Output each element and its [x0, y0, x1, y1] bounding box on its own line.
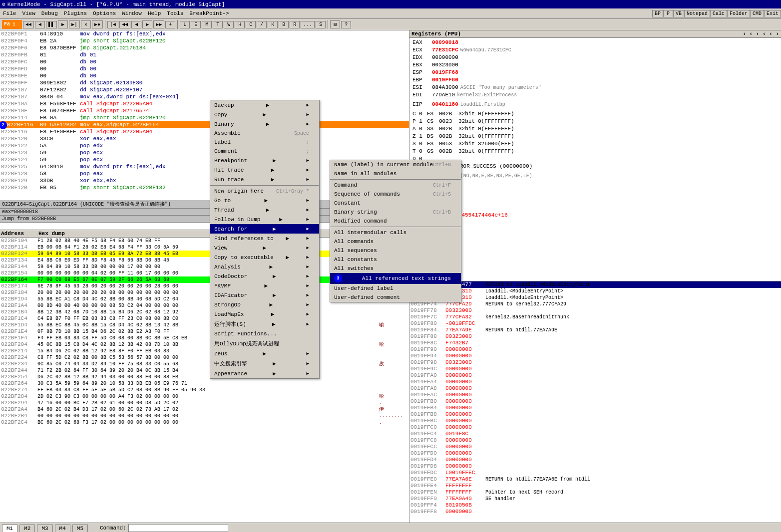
tab-m4[interactable]: M4 — [55, 525, 70, 532]
cmd-button[interactable]: CMD — [750, 10, 764, 17]
asm-row: 022BF12033C0xor eax,eax — [0, 135, 409, 142]
asm-row: 022BF0FE00db 00 — [0, 72, 409, 79]
menu-file[interactable]: File — [0, 9, 19, 17]
tb-T[interactable]: T — [213, 21, 223, 28]
reg-flag-d: D 0 — [410, 155, 780, 163]
asm-row: 022BF12564:8910mov dword ptr fs:[eax],ed… — [0, 163, 409, 170]
dump-row: 022BF14459 64 89 10 58 33 DB 00 00 00 17… — [0, 264, 409, 270]
dump-row: 022BF19455 8B EC A1 C8 D4 4C 02 8B 00 8B… — [0, 296, 409, 302]
exit-button[interactable]: Exit — [764, 10, 781, 17]
tb-E[interactable]: E — [191, 21, 201, 28]
reg-esi: ESI084A3000 ASCII "Too many parameters" — [410, 84, 780, 91]
tb-R[interactable]: R — [290, 21, 300, 28]
stack-row: 0019FFENFFFFFFFFPointer to next SEH reco… — [409, 489, 781, 496]
asm-row: 022BF114EB 0Ajmp short SigCapt.022BF120 — [0, 114, 409, 121]
folder-button[interactable]: Folder — [727, 10, 750, 17]
stack-row: 0019FF6C00401310Loaddll.<ModuleEntryPoin… — [409, 288, 781, 294]
tb-slash[interactable]: / — [257, 21, 267, 28]
dump-header: Address Hex dump UN — [0, 230, 409, 238]
tb-C[interactable]: C — [246, 21, 256, 28]
calc-button[interactable]: Calc — [710, 10, 727, 17]
vb-button[interactable]: VB — [673, 10, 684, 17]
tb-nav5[interactable]: ▶▶ — [153, 20, 164, 28]
asm-row: 022BF12858pop eax — [0, 170, 409, 177]
left-panel: 022BF0F164:8910mov dword ptr fs:[eax],ed… — [0, 30, 409, 523]
asm-row: 022BF10FE8 6074EBFFcall SigCapt.02176574 — [0, 107, 409, 114]
tb-nav3[interactable]: ◄ — [131, 21, 141, 28]
tb-S[interactable]: S — [316, 21, 326, 28]
tab-m1[interactable]: M1 — [2, 525, 17, 532]
tab-m5[interactable]: M5 — [72, 525, 88, 532]
tb-B[interactable]: B — [279, 21, 289, 28]
menu-tools[interactable]: Tools — [164, 9, 186, 17]
asm-row: 022BF0FC00db 00 — [0, 58, 409, 65]
stack-row: 0019FF7000401310Loaddll.<ModuleEntryPoin… — [409, 294, 781, 301]
menu-view[interactable]: View — [19, 9, 38, 17]
menu-window[interactable]: Window — [119, 9, 145, 17]
tb-step[interactable]: ▶| — [69, 20, 80, 28]
dump-row: 022BF224C8 FF 5D C2 02 8B 00 8B C5 53 56… — [0, 354, 409, 361]
stack-row: 0019FF9C00000000 — [409, 366, 781, 372]
menu-options[interactable]: Options — [90, 9, 119, 17]
reg-flag-s: S 0FS005332bit326000(FFF) — [410, 140, 780, 148]
tb-q1[interactable]: ? — [341, 21, 351, 28]
dump-row: 022BF104F1 2B 02 8B 40 4E F5 68 F4 E8 60… — [0, 238, 409, 244]
reg-nav: ‹ ‹ ‹ ‹ ‹ › — [743, 31, 779, 37]
tb-dots[interactable]: ... — [301, 21, 315, 28]
menu-plugins[interactable]: Plugins — [61, 9, 90, 17]
tb-add[interactable]: + — [165, 21, 175, 28]
tab-m3[interactable]: M3 — [37, 525, 52, 532]
stack-panel[interactable]: 0019FF6800401477RETURN to Loaddll.<Modul… — [409, 281, 781, 523]
stack-row: 0019FFB400000000 — [409, 405, 781, 411]
reg-flag-z: Z 1DS002B32bit0(FFFFFFFF) — [410, 133, 780, 140]
dump-row: 022BF1746E 78 8F 45 63 28 00 20 00 20 00… — [0, 283, 409, 289]
tb-K[interactable]: K — [268, 21, 278, 28]
reg-ebp: EBP0019FF80 — [410, 76, 780, 84]
asm-panel[interactable]: 022BF0F164:8910mov dword ptr fs:[eax],ed… — [0, 30, 409, 230]
reg-edi: EDI77DAE10 kernel32.ExitProcess — [410, 91, 780, 99]
notepad-button[interactable]: Notepad — [684, 10, 710, 17]
tb-H[interactable]: H — [235, 21, 245, 28]
command-input[interactable] — [128, 524, 228, 532]
tab-m2[interactable]: M2 — [19, 525, 35, 532]
tb-M[interactable]: M — [202, 21, 212, 28]
dump-row: 022BF21415 B4 D6 2C 02 8B 12 92 E8 8F F0… — [0, 348, 409, 354]
tb-run-bp[interactable]: ▶● — [92, 20, 103, 28]
tb-nav4[interactable]: ▶ — [142, 20, 152, 28]
reg-flag-o: O 0LastErr ERROR_SUCCESS (00000000) — [410, 163, 780, 170]
tb-back[interactable]: ◄ — [35, 21, 45, 28]
reg-eip: EIP00401180 Loaddll.Firstbp — [410, 101, 780, 108]
dump-row: 022BF114EB 00 0B 64 F1 28 02 E8 E4 68 F4… — [0, 244, 409, 251]
tb-play[interactable]: ▶ — [58, 20, 68, 28]
title-text: KernelMode - SigCapt.dll - [*G.P.U* - ma… — [7, 1, 225, 7]
tb-rewind[interactable]: ◄◄ — [23, 21, 34, 28]
reg-flag-c: C 0ES002B32bit0(FFFFFFFF) — [410, 110, 780, 118]
tb-nav1[interactable]: |◄ — [107, 21, 118, 28]
tb-W[interactable]: W — [224, 21, 234, 28]
dump-panel[interactable]: Address Hex dump UN 022BF104F1 2B 02 8B … — [0, 230, 409, 523]
dump-row: 022BF26430 C3 5A 59 59 64 89 20 10 58 33… — [0, 380, 409, 387]
command-label: Command: — [100, 525, 126, 531]
dump-row: 022BF1A400 8D 40 00 40 00 00 00 08 5D C2… — [0, 302, 409, 309]
bottom-bar: M1 M2 M3 M4 M5 Command: — [0, 523, 781, 532]
tb-L[interactable]: L — [180, 21, 190, 28]
asm-row: 022BF1078B40 04mov eax,dword ptr ds:[eax… — [0, 93, 409, 100]
dump-row: 022BF29447 16 00 00 BC F7 2B 02 61 00 00… — [0, 400, 409, 406]
asm-row: 022BF0FF309E1802dd SigCapt.02189E30 — [0, 79, 409, 86]
tb-nav2[interactable]: ◄◄ — [119, 21, 130, 28]
stack-row: 0019FFBC00000000 — [409, 418, 781, 424]
tb-stop[interactable]: ✕ — [81, 20, 91, 28]
p-button[interactable]: P — [663, 10, 673, 17]
tb-pause[interactable]: ▌▌ — [46, 21, 57, 28]
stack-row: 0019FF8CF7432B7 — [409, 340, 781, 346]
menu-debug[interactable]: Debug — [38, 9, 61, 17]
asm-row-selected: 2 022BF116 B9 6AF12B02 mov eax,SigCapt.0… — [0, 121, 409, 128]
menu-help[interactable]: Help — [145, 9, 164, 17]
bp-button[interactable]: BP — [652, 10, 663, 17]
tb-grid[interactable]: ⊞ — [330, 20, 340, 28]
reg-st0: ST0empty 0.0 — [410, 182, 780, 189]
stack-row: 0019FFA800000000 — [409, 385, 781, 392]
stack-row: 0019FFD000000000 — [409, 450, 781, 457]
asm-row: 022BF0F164:8910mov dword ptr fs:[eax],ed… — [0, 30, 409, 37]
menu-breakpoint[interactable]: BreakPoint-> — [186, 9, 232, 17]
